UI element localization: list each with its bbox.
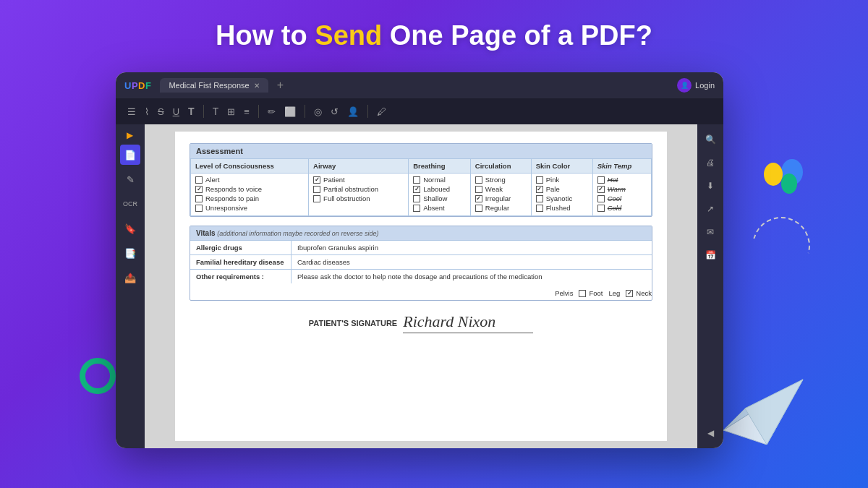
checkbox-pink[interactable]: [536, 176, 543, 184]
checkbox-hot[interactable]: [597, 176, 605, 184]
right-sidebar-share-icon[interactable]: ↗: [701, 200, 720, 218]
right-sidebar: 🔍 🖨 ⬇ ↗ ✉ 📅 ◀: [697, 124, 723, 448]
sidebar-edit-icon[interactable]: ✎: [120, 169, 140, 189]
checkbox-responds-voice[interactable]: [195, 186, 203, 193]
col-header-skin-temp: Skin Temp: [592, 159, 651, 174]
signature-area: PATIENT'S SIGNATURE Richard Nixon: [190, 312, 652, 333]
check-warm: Warm: [597, 185, 647, 193]
toolbar-underline-icon[interactable]: U: [173, 106, 179, 117]
right-sidebar-arrow-icon[interactable]: ◀: [701, 424, 720, 442]
login-button[interactable]: 👤 Login: [677, 78, 715, 93]
col-header-breathing: Breathing: [409, 159, 471, 174]
toolbar: ☰ ⌇ S U T T ⊞ ≡ ✏ ⬜ ◎ ↺ 👤 🖊: [116, 98, 723, 124]
right-sidebar-download-icon[interactable]: ⬇: [701, 176, 720, 195]
toolbar-table-icon[interactable]: ⊞: [227, 106, 235, 117]
vitals-value-other: Please ask the doctor to help note the d…: [292, 270, 652, 283]
check-strong: Strong: [475, 176, 527, 184]
checkbox-laboued[interactable]: [413, 186, 420, 193]
checkbox-partial-obstruction[interactable]: [313, 186, 320, 193]
new-tab-icon[interactable]: +: [277, 79, 284, 92]
toolbar-list-icon[interactable]: ≡: [244, 106, 250, 117]
checkbox-foot[interactable]: [579, 290, 586, 297]
check-responds-pain: Responds to pain: [195, 194, 304, 202]
tab-close-icon[interactable]: ✕: [254, 82, 260, 90]
checkbox-warm[interactable]: [597, 186, 605, 193]
checkbox-syanotic[interactable]: [536, 195, 543, 202]
check-cool: Cool: [597, 194, 647, 202]
heading-highlight: Send: [315, 20, 382, 51]
login-label: Login: [695, 81, 715, 90]
vitals-value-hereditary: Cardiac diseases: [292, 255, 652, 269]
check-absent: Absent: [413, 204, 466, 212]
checkbox-irregular[interactable]: [475, 195, 482, 202]
checkbox-cold[interactable]: [597, 205, 605, 212]
neck-item: Neck: [626, 289, 652, 297]
signature-label: PATIENT'S SIGNATURE: [309, 319, 397, 328]
toolbar-divider-1: [203, 105, 204, 118]
check-patient: Patient: [313, 176, 404, 184]
sidebar-export-icon[interactable]: 📤: [120, 267, 140, 288]
check-weak: Weak: [475, 185, 527, 193]
right-sidebar-calendar-icon[interactable]: 📅: [701, 246, 720, 265]
toolbar-pen-icon[interactable]: ✏: [268, 106, 276, 117]
check-pink: Pink: [536, 176, 588, 184]
checkbox-pale[interactable]: [536, 186, 543, 193]
toolbar-edit-icon[interactable]: ⌇: [145, 106, 149, 117]
checkbox-cool[interactable]: [597, 195, 605, 202]
left-sidebar: ▶ 📄 ✎ OCR 🔖 📑 📤: [116, 124, 145, 448]
toolbar-menu-icon[interactable]: ☰: [127, 106, 136, 117]
toolbar-user-icon[interactable]: 👤: [347, 106, 359, 117]
check-irregular: Irregular: [475, 194, 527, 202]
vitals-header: Vitals (additional information maybe rec…: [190, 226, 652, 240]
checkbox-strong[interactable]: [475, 176, 482, 184]
checkbox-regular[interactable]: [475, 205, 482, 212]
checkbox-flushed[interactable]: [536, 205, 543, 212]
checkbox-patient[interactable]: [313, 176, 320, 184]
vitals-section: Vitals (additional information maybe rec…: [190, 226, 652, 301]
toolbar-divider-4: [367, 105, 368, 118]
login-avatar: 👤: [677, 78, 692, 93]
toolbar-text2-icon[interactable]: T: [213, 106, 219, 117]
check-unresponsive: Unresponsive: [195, 204, 304, 212]
sidebar-ocr-icon[interactable]: OCR: [120, 194, 140, 214]
checkbox-absent[interactable]: [413, 205, 420, 212]
vitals-row-other: Other requirements : Please ask the doct…: [190, 269, 652, 283]
toolbar-strikethrough-icon[interactable]: S: [158, 106, 164, 117]
checkbox-neck[interactable]: [626, 290, 633, 297]
circulation-cell: Strong Weak Irregular: [470, 174, 531, 216]
toolbar-shape-icon[interactable]: ⬜: [284, 106, 296, 117]
leg-item: Leg: [608, 289, 620, 297]
checkbox-unresponsive[interactable]: [195, 205, 203, 212]
foot-item: Foot: [579, 289, 603, 297]
checkbox-weak[interactable]: [475, 186, 482, 193]
sidebar-bookmark-icon[interactable]: 🔖: [120, 218, 140, 239]
check-normal: Normal: [413, 176, 466, 184]
assessment-row-1: Alert Responds to voice Responds to pain: [191, 174, 652, 216]
pdf-page: Assessment Level of Consciousness Airway…: [175, 132, 667, 441]
sidebar-page-icon[interactable]: 📄: [120, 145, 140, 165]
sidebar-layers-icon[interactable]: 📑: [120, 243, 140, 263]
document-tab[interactable]: Medical Fist Response ✕: [160, 78, 268, 93]
check-shallow: Shallow: [413, 194, 466, 202]
body-checks-row: Pelvis Foot Leg Neck: [190, 286, 652, 300]
toolbar-stamp-icon[interactable]: 🖊: [377, 106, 386, 117]
right-sidebar-search-icon[interactable]: 🔍: [701, 130, 720, 149]
right-sidebar-printer-icon[interactable]: 🖨: [701, 153, 720, 172]
checkbox-shallow[interactable]: [413, 195, 420, 202]
checkbox-normal[interactable]: [413, 176, 420, 184]
col-header-airway: Airway: [309, 159, 409, 174]
vitals-label-allergic: Allergic drugs: [190, 241, 292, 254]
assessment-table: Level of Consciousness Airway Breathing …: [190, 158, 652, 216]
check-pale: Pale: [536, 185, 588, 193]
page-heading: How to Send One Page of a PDF?: [216, 20, 652, 51]
airway-cell: Patient Partial obstruction Full obstruc…: [309, 174, 409, 216]
right-sidebar-mail-icon[interactable]: ✉: [701, 223, 720, 241]
pelvis-item: Pelvis: [555, 289, 573, 297]
toolbar-circle-icon[interactable]: ◎: [314, 106, 322, 117]
checkbox-responds-pain[interactable]: [195, 195, 203, 202]
col-header-skin-color: Skin Color: [531, 159, 592, 174]
checkbox-alert[interactable]: [195, 176, 203, 184]
toolbar-text-icon[interactable]: T: [188, 106, 195, 117]
checkbox-full-obstruction[interactable]: [313, 195, 320, 202]
toolbar-undo-icon[interactable]: ↺: [331, 106, 339, 117]
